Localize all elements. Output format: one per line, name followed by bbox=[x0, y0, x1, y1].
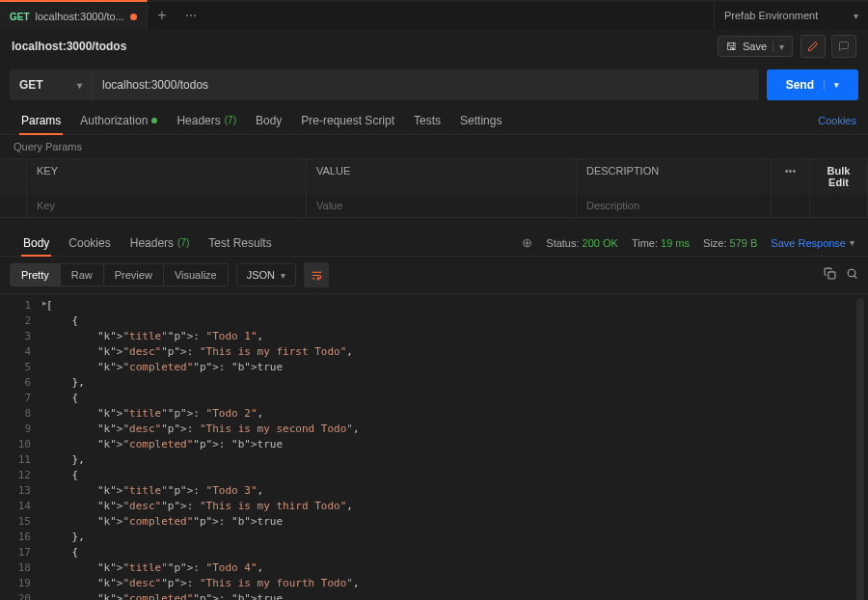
chevron-down-icon[interactable]: ▾ bbox=[824, 80, 839, 90]
chevron-down-icon: ▾ bbox=[773, 41, 784, 52]
view-pretty[interactable]: Pretty bbox=[11, 264, 61, 286]
cookies-link[interactable]: Cookies bbox=[818, 115, 856, 126]
tab-strip: GET localhost:3000/to... + ⋯ Prefab Envi… bbox=[0, 0, 868, 29]
send-label: Send bbox=[786, 78, 814, 92]
view-visualize[interactable]: Visualize bbox=[164, 264, 228, 286]
environment-label: Prefab Environment bbox=[724, 10, 818, 21]
tab-body-label: Body bbox=[256, 114, 282, 127]
environment-select[interactable]: Prefab Environment ▾ bbox=[714, 2, 868, 29]
qp-header-value: VALUE bbox=[307, 159, 577, 194]
response-tests-label: Test Results bbox=[208, 236, 271, 250]
edit-icon-button[interactable] bbox=[800, 35, 826, 58]
time-value: 19 ms bbox=[661, 237, 690, 249]
response-body-viewer[interactable]: 1234567891011121314151617181920212223242… bbox=[0, 294, 868, 600]
response-tabs: Body Cookies Headers(7) Test Results ⊕ S… bbox=[0, 230, 868, 257]
tab-menu-button[interactable]: ⋯ bbox=[176, 2, 205, 29]
view-preview[interactable]: Preview bbox=[104, 264, 164, 286]
line-gutter: 1234567891011121314151617181920212223242… bbox=[0, 294, 39, 600]
url-bar: GET ▾ Send ▾ bbox=[0, 64, 868, 106]
url-input[interactable] bbox=[92, 69, 759, 100]
size-value: 579 B bbox=[730, 237, 758, 249]
auth-indicator-icon bbox=[151, 118, 157, 123]
qp-key-input[interactable]: Key bbox=[27, 194, 307, 217]
bulk-edit-button[interactable]: Bulk Edit bbox=[810, 159, 868, 194]
code-content[interactable]: [ { "k">"title""p">: "Todo 1", "k">"desc… bbox=[39, 294, 868, 600]
size-label: Size: bbox=[703, 237, 726, 249]
method-select[interactable]: GET ▾ bbox=[10, 69, 92, 100]
method-value: GET bbox=[19, 78, 43, 92]
svg-rect-0 bbox=[828, 272, 835, 279]
chevron-down-icon: ▾ bbox=[850, 237, 854, 248]
status-meta: Status: 200 OK bbox=[546, 237, 618, 249]
response-tab-tests[interactable]: Test Results bbox=[199, 230, 281, 256]
save-button[interactable]: 🖫 Save ▾ bbox=[718, 36, 793, 57]
title-bar: localhost:3000/todos 🖫 Save ▾ bbox=[0, 29, 868, 64]
tab-params[interactable]: Params bbox=[12, 106, 70, 134]
tab-auth-label: Authorization bbox=[80, 114, 148, 127]
headers-count: (7) bbox=[225, 115, 236, 125]
scrollbar[interactable] bbox=[856, 298, 864, 600]
view-mode-segment: Pretty Raw Preview Visualize bbox=[10, 263, 229, 286]
tab-body[interactable]: Body bbox=[246, 106, 291, 134]
save-response-label: Save Response bbox=[771, 237, 846, 249]
response-body-label: Body bbox=[23, 236, 49, 250]
tab-headers-label: Headers bbox=[176, 114, 220, 127]
response-tab-headers[interactable]: Headers(7) bbox=[121, 230, 200, 256]
qp-value-input[interactable]: Value bbox=[307, 194, 577, 217]
search-button[interactable] bbox=[846, 267, 858, 283]
response-tab-body[interactable]: Body bbox=[14, 230, 59, 256]
tab-params-label: Params bbox=[21, 114, 61, 127]
format-value: JSON bbox=[247, 269, 275, 281]
time-meta: Time: 19 ms bbox=[632, 237, 690, 249]
save-icon: 🖫 bbox=[726, 41, 737, 52]
response-cookies-label: Cookies bbox=[68, 236, 110, 250]
query-params-table: KEY VALUE DESCRIPTION ••• Bulk Edit Key … bbox=[0, 158, 868, 218]
dirty-indicator-icon bbox=[130, 14, 137, 20]
time-label: Time: bbox=[632, 237, 658, 249]
response-headers-count: (7) bbox=[177, 237, 189, 248]
size-meta: Size: 579 B bbox=[703, 237, 757, 249]
chevron-down-icon: ▾ bbox=[281, 270, 285, 281]
request-subtabs: Params Authorization Headers(7) Body Pre… bbox=[0, 106, 868, 135]
tab-tests-label: Tests bbox=[414, 114, 441, 127]
send-button[interactable]: Send ▾ bbox=[767, 69, 858, 100]
tab-authorization[interactable]: Authorization bbox=[70, 106, 167, 134]
view-raw[interactable]: Raw bbox=[61, 264, 104, 286]
tab-method-badge: GET bbox=[10, 12, 30, 22]
tab-settings[interactable]: Settings bbox=[450, 106, 511, 134]
qp-header-description: DESCRIPTION bbox=[577, 159, 772, 194]
response-tab-cookies[interactable]: Cookies bbox=[59, 230, 120, 256]
tab-prerequest[interactable]: Pre-request Script bbox=[291, 106, 404, 134]
response-headers-label: Headers bbox=[130, 236, 174, 250]
query-params-label: Query Params bbox=[0, 135, 868, 158]
network-icon[interactable]: ⊕ bbox=[522, 235, 532, 250]
response-view-toolbar: Pretty Raw Preview Visualize JSON ▾ bbox=[0, 257, 868, 294]
format-select[interactable]: JSON ▾ bbox=[236, 263, 296, 286]
copy-button[interactable] bbox=[824, 267, 836, 283]
qp-header-key: KEY bbox=[27, 159, 307, 194]
wrap-lines-button[interactable] bbox=[304, 262, 329, 287]
save-response-button[interactable]: Save Response ▾ bbox=[771, 237, 854, 249]
request-tab[interactable]: GET localhost:3000/to... bbox=[0, 0, 148, 29]
request-title: localhost:3000/todos bbox=[12, 40, 126, 53]
chevron-down-icon: ▾ bbox=[854, 11, 858, 21]
status-value: 200 OK bbox=[583, 237, 618, 249]
comment-icon-button[interactable] bbox=[831, 35, 856, 58]
qp-description-input[interactable]: Description bbox=[577, 194, 772, 217]
tab-headers[interactable]: Headers(7) bbox=[167, 106, 246, 134]
svg-point-1 bbox=[848, 269, 855, 277]
tab-settings-label: Settings bbox=[460, 114, 502, 127]
add-tab-button[interactable]: + bbox=[148, 2, 176, 29]
tab-prereq-label: Pre-request Script bbox=[301, 114, 394, 127]
tab-tests[interactable]: Tests bbox=[404, 106, 450, 134]
status-label: Status: bbox=[546, 237, 579, 249]
save-label: Save bbox=[743, 41, 767, 52]
qp-more-button[interactable]: ••• bbox=[772, 159, 810, 194]
tab-label: localhost:3000/to... bbox=[36, 11, 124, 22]
chevron-down-icon: ▾ bbox=[77, 80, 82, 91]
